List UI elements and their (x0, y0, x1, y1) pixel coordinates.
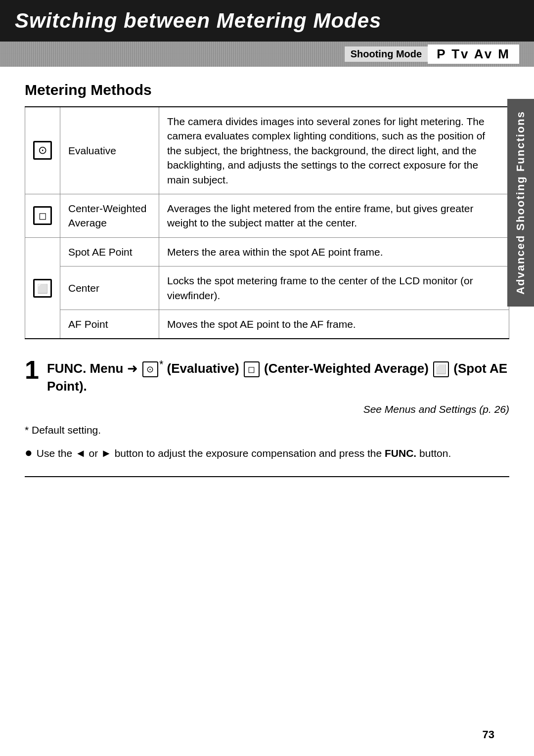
step-center-weighted-icon: ◻ (244, 361, 260, 377)
header-banner: Switching between Metering Modes (0, 0, 534, 42)
step-center-weighted-label: (Center-Weighted Average) (264, 361, 432, 376)
step-func-menu: FUNC. Menu (47, 361, 124, 376)
left-arrow-icon: ◄ (75, 447, 86, 459)
evaluative-icon-cell (25, 107, 60, 194)
center-weighted-mode-name: Center-Weighted Average (60, 194, 159, 237)
af-sub-mode-name: AF Point (60, 310, 159, 339)
main-content: Metering Methods Evaluative The camera d… (0, 67, 534, 507)
center-sub-desc: Locks the spot metering frame to the cen… (159, 267, 509, 310)
center-weighted-icon (33, 206, 52, 225)
step-section: 1 FUNC. Menu ➜ ⊙* (Evaluative) ◻ (Center… (25, 357, 509, 477)
shooting-mode-label: Shooting Mode (345, 46, 428, 62)
shooting-mode-values: P Tv Av M (428, 44, 519, 64)
center-sub-mode-name: Center (60, 267, 159, 310)
spot-mode-name: Spot AE Point (60, 237, 159, 266)
page-number: 73 (483, 728, 494, 741)
default-note: * Default setting. (25, 424, 509, 436)
step-instruction: FUNC. Menu ➜ ⊙* (Evaluative) ◻ (Center-W… (47, 357, 509, 395)
table-row: Evaluative The camera divides images int… (25, 107, 509, 194)
page-container: Switching between Metering Modes Shootin… (0, 0, 534, 756)
see-reference: See Menus and Settings (p. 26) (25, 403, 509, 415)
evaluative-desc: The camera divides images into several z… (159, 107, 509, 194)
evaluative-icon (33, 141, 52, 160)
step-number: 1 (25, 357, 39, 383)
table-row: Center-Weighted Average Averages the lig… (25, 194, 509, 237)
page-title: Switching between Metering Modes (15, 9, 381, 33)
spot-desc: Meters the area within the spot AE point… (159, 237, 509, 266)
metering-table: Evaluative The camera divides images int… (25, 106, 509, 339)
shooting-mode-bar: Shooting Mode P Tv Av M (0, 42, 534, 67)
spot-icon-cell (25, 237, 60, 339)
step-spot-icon: ⬜ (433, 361, 449, 377)
right-arrow-icon: ► (101, 447, 112, 459)
bullet-text: Use the ◄ or ► button to adjust the expo… (37, 445, 451, 461)
center-weighted-icon-cell (25, 194, 60, 237)
spot-icon (33, 279, 52, 298)
sidebar-label: Advanced Shooting Functions (507, 99, 534, 307)
table-row: Spot AE Point Meters the area within the… (25, 237, 509, 266)
bullet-note: ● Use the ◄ or ► button to adjust the ex… (25, 445, 509, 461)
bullet-icon: ● (25, 445, 33, 460)
af-sub-desc: Moves the spot AE point to the AF frame. (159, 310, 509, 339)
center-weighted-desc: Averages the light metered from the enti… (159, 194, 509, 237)
step-arrow: ➜ (127, 361, 141, 376)
table-row: AF Point Moves the spot AE point to the … (25, 310, 509, 339)
sidebar-text: Advanced Shooting Functions (514, 111, 527, 295)
step-evaluative-label: (Evaluative) (167, 361, 243, 376)
evaluative-mode-name: Evaluative (60, 107, 159, 194)
section-title: Metering Methods (25, 82, 509, 98)
table-row: Center Locks the spot metering frame to … (25, 267, 509, 310)
step-evaluative-icon: ⊙ (142, 361, 158, 377)
